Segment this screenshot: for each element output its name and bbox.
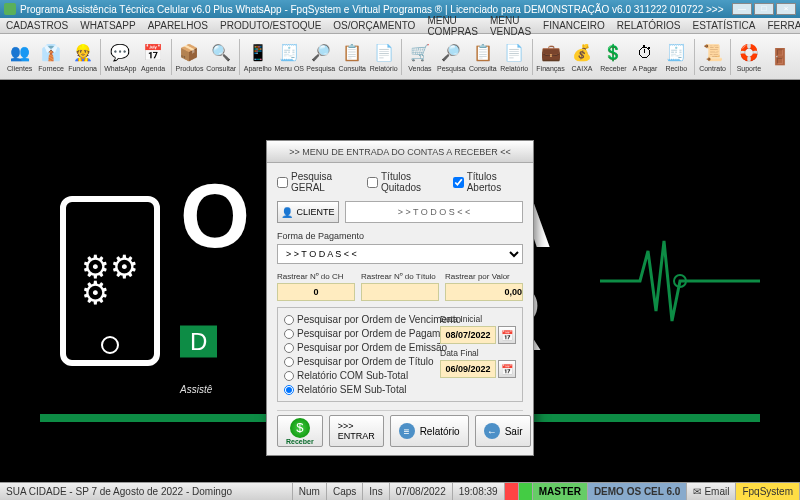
data-final-calendar-button[interactable]: 📅: [498, 360, 516, 378]
status-num: Num: [293, 483, 327, 500]
toolbar-label: Recibo: [665, 65, 687, 72]
money-icon: $: [290, 418, 310, 438]
pesquisa-icon: 🔎: [440, 42, 462, 64]
toolbar-funciona[interactable]: 👷Funciona: [67, 36, 98, 78]
toolbar-pesquisa[interactable]: 🔎Pesquisa: [305, 36, 336, 78]
cliente-input[interactable]: [345, 201, 523, 223]
exit-icon: ←: [484, 423, 500, 439]
toolbar-finanças[interactable]: 💼Finanças: [535, 36, 566, 78]
entrar-button[interactable]: $ Receber: [277, 415, 323, 447]
menu-cadastros[interactable]: CADASTROS: [6, 20, 68, 31]
trace-valor-label: Rastrear por Valor: [445, 272, 523, 281]
relatorio-button[interactable]: ≡Relatório: [390, 415, 469, 447]
trace-ch-input[interactable]: [277, 283, 355, 301]
toolbar-separator: [532, 39, 533, 75]
whatsapp-icon: 💬: [109, 42, 131, 64]
a pagar-icon: ⏱: [634, 42, 656, 64]
status-fpq[interactable]: FpqSystem: [736, 483, 800, 500]
menu-produto[interactable]: PRODUTO/ESTOQUE: [220, 20, 321, 31]
toolbar-menu os[interactable]: 🧾Menu OS: [273, 36, 305, 78]
toolbar-label: WhatsApp: [104, 65, 136, 72]
toolbar-label: Agenda: [141, 65, 165, 72]
forma-pagamento-select[interactable]: > > T O D A S < <: [277, 244, 523, 264]
toolbar-label: Consultar: [206, 65, 236, 72]
toolbar-label: Aparelho: [244, 65, 272, 72]
toolbar-consultar[interactable]: 🔍Consultar: [205, 36, 237, 78]
status-email[interactable]: ✉Email: [687, 483, 736, 500]
toolbar-vendas[interactable]: 🛒Vendas: [404, 36, 435, 78]
menu-compras[interactable]: MENU COMPRAS: [427, 15, 478, 37]
menu-relatorios[interactable]: RELATÓRIOS: [617, 20, 681, 31]
radio-sem-subtotal[interactable]: Relatório SEM Sub-Total: [284, 384, 516, 395]
toolbar: 👥Clientes👔Fornece👷Funciona💬WhatsApp📅Agen…: [0, 34, 800, 80]
toolbar-separator: [239, 39, 240, 75]
data-inicial-calendar-button[interactable]: 📅: [498, 326, 516, 344]
data-final-input[interactable]: [440, 360, 496, 378]
minimize-button[interactable]: —: [732, 3, 752, 15]
vendas-icon: 🛒: [409, 42, 431, 64]
window-title: Programa Assistência Técnica Celular v6.…: [20, 4, 724, 15]
toolbar-fornece[interactable]: 👔Fornece: [35, 36, 66, 78]
close-button[interactable]: ×: [776, 3, 796, 15]
toolbar-a pagar[interactable]: ⏱A Pagar: [629, 36, 660, 78]
sair-button[interactable]: ←Sair: [475, 415, 532, 447]
toolbar-produtos[interactable]: 📦Produtos: [174, 36, 205, 78]
toolbar-label: Receber: [600, 65, 626, 72]
toolbar-label: A Pagar: [632, 65, 657, 72]
status-led2: [519, 483, 533, 500]
produtos-icon: 📦: [178, 42, 200, 64]
toolbar-label: Vendas: [408, 65, 431, 72]
toolbar-label: Pesquisa: [437, 65, 466, 72]
toolbar-consulta[interactable]: 📋Consulta: [336, 36, 367, 78]
toolbar-suporte[interactable]: 🛟Suporte: [733, 36, 764, 78]
caixa-icon: 💰: [571, 42, 593, 64]
status-ins: Ins: [363, 483, 389, 500]
menu-whatsapp[interactable]: WHATSAPP: [80, 20, 135, 31]
toolbar-label: Menu OS: [274, 65, 304, 72]
toolbar-receber[interactable]: 💲Receber: [598, 36, 629, 78]
app-icon: [4, 3, 16, 15]
toolbar-caixa[interactable]: 💰CAIXA: [566, 36, 597, 78]
toolbar-relatório[interactable]: 📄Relatório: [368, 36, 399, 78]
funciona-icon: 👷: [72, 42, 94, 64]
toolbar-pesquisa[interactable]: 🔎Pesquisa: [436, 36, 467, 78]
toolbar-aparelho[interactable]: 📱Aparelho: [242, 36, 273, 78]
menu-estatistica[interactable]: ESTATÍSTICA: [692, 20, 755, 31]
chk-titulos-abertos[interactable]: Títulos Abertos: [453, 171, 523, 193]
clientes-icon: 👥: [9, 42, 31, 64]
cliente-button[interactable]: CLIENTE: [277, 201, 339, 223]
receivables-dialog: >> MENU DE ENTRADA DO CONTAS A RECEBER <…: [266, 140, 534, 456]
toolbar-whatsapp[interactable]: 💬WhatsApp: [103, 36, 137, 78]
trace-titulo-input[interactable]: [361, 283, 439, 301]
toolbar-exit[interactable]: 🚪: [765, 36, 796, 78]
menu-bar: CADASTROS WHATSAPP APARELHOS PRODUTO/EST…: [0, 18, 800, 34]
menu-aparelhos[interactable]: APARELHOS: [148, 20, 208, 31]
toolbar-consulta[interactable]: 📋Consulta: [467, 36, 498, 78]
status-led1: [505, 483, 519, 500]
entrar-text-button[interactable]: >>> ENTRAR: [329, 415, 384, 447]
toolbar-contrato[interactable]: 📜Contrato: [697, 36, 728, 78]
toolbar-separator: [100, 39, 101, 75]
menu-ferramentas[interactable]: FERRAMENTAS: [767, 20, 800, 31]
trace-valor-input[interactable]: [445, 283, 523, 301]
chk-pesquisa-geral[interactable]: Pesquisa GERAL: [277, 171, 357, 193]
menu-vendas[interactable]: MENU VENDAS: [490, 15, 531, 37]
toolbar-agenda[interactable]: 📅Agenda: [137, 36, 168, 78]
contrato-icon: 📜: [702, 42, 724, 64]
relatório-icon: 📄: [503, 42, 525, 64]
chk-titulos-quitados[interactable]: Títulos Quitados: [367, 171, 443, 193]
toolbar-label: Consulta: [338, 65, 366, 72]
toolbar-clientes[interactable]: 👥Clientes: [4, 36, 35, 78]
toolbar-label: Clientes: [7, 65, 32, 72]
maximize-button[interactable]: □: [754, 3, 774, 15]
data-inicial-input[interactable]: [440, 326, 496, 344]
menu-os[interactable]: OS/ORÇAMENTO: [333, 20, 415, 31]
status-city: SUA CIDADE - SP 7 de Agosto de 2022 - Do…: [0, 483, 293, 500]
data-final-label: Data Final: [440, 348, 516, 358]
toolbar-relatório[interactable]: 📄Relatório: [499, 36, 530, 78]
pesquisa-icon: 🔎: [310, 42, 332, 64]
toolbar-recibo[interactable]: 🧾Recibo: [661, 36, 692, 78]
consulta-icon: 📋: [472, 42, 494, 64]
relatório-icon: 📄: [373, 42, 395, 64]
menu-financeiro[interactable]: FINANCEIRO: [543, 20, 605, 31]
